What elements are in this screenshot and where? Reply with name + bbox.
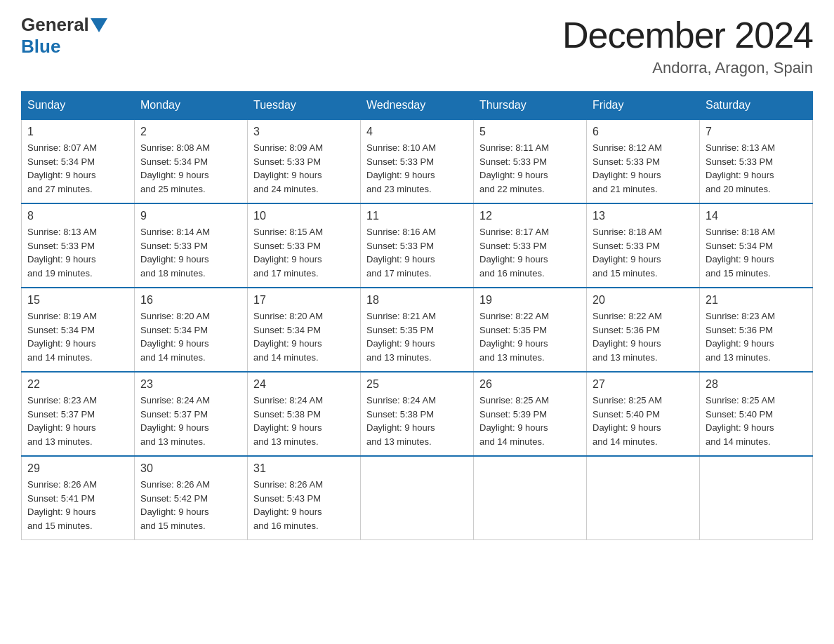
calendar-cell: 9Sunrise: 8:14 AMSunset: 5:33 PMDaylight… (135, 203, 248, 288)
calendar-week-row: 22Sunrise: 8:23 AMSunset: 5:37 PMDayligh… (22, 372, 813, 456)
day-number: 4 (366, 126, 468, 138)
day-number: 7 (706, 126, 807, 138)
day-number: 24 (253, 378, 355, 391)
calendar-cell: 29Sunrise: 8:26 AMSunset: 5:41 PMDayligh… (22, 456, 135, 540)
day-info: Sunrise: 8:15 AMSunset: 5:33 PMDaylight:… (253, 225, 355, 280)
day-info: Sunrise: 8:13 AMSunset: 5:33 PMDaylight:… (706, 141, 807, 196)
day-number: 3 (253, 126, 355, 138)
day-number: 9 (140, 210, 241, 222)
calendar-cell: 21Sunrise: 8:23 AMSunset: 5:36 PMDayligh… (700, 288, 813, 372)
day-info: Sunrise: 8:17 AMSunset: 5:33 PMDaylight:… (479, 225, 581, 280)
day-number: 21 (706, 294, 807, 307)
day-number: 16 (140, 294, 241, 307)
day-info: Sunrise: 8:12 AMSunset: 5:33 PMDaylight:… (593, 141, 694, 196)
day-info: Sunrise: 8:24 AMSunset: 5:37 PMDaylight:… (140, 394, 241, 448)
calendar-cell (361, 456, 474, 540)
day-info: Sunrise: 8:23 AMSunset: 5:37 PMDaylight:… (27, 394, 128, 448)
header-day-saturday: Saturday (700, 92, 813, 120)
day-info: Sunrise: 8:20 AMSunset: 5:34 PMDaylight:… (253, 309, 355, 364)
day-number: 23 (140, 378, 241, 391)
day-number: 13 (593, 210, 694, 222)
calendar-cell: 6Sunrise: 8:12 AMSunset: 5:33 PMDaylight… (587, 119, 700, 203)
calendar-cell: 16Sunrise: 8:20 AMSunset: 5:34 PMDayligh… (135, 288, 248, 372)
day-number: 28 (706, 378, 807, 391)
day-info: Sunrise: 8:11 AMSunset: 5:33 PMDaylight:… (479, 141, 581, 196)
calendar-cell: 4Sunrise: 8:10 AMSunset: 5:33 PMDaylight… (361, 119, 474, 203)
day-number: 20 (593, 294, 694, 307)
logo: General Blue (21, 14, 109, 58)
day-number: 10 (253, 210, 355, 222)
calendar-cell: 26Sunrise: 8:25 AMSunset: 5:39 PMDayligh… (474, 372, 587, 456)
day-info: Sunrise: 8:18 AMSunset: 5:34 PMDaylight:… (706, 225, 807, 280)
day-number: 5 (479, 126, 581, 138)
day-info: Sunrise: 8:16 AMSunset: 5:33 PMDaylight:… (366, 225, 468, 280)
calendar-week-row: 8Sunrise: 8:13 AMSunset: 5:33 PMDaylight… (22, 203, 813, 288)
calendar-cell: 8Sunrise: 8:13 AMSunset: 5:33 PMDaylight… (22, 203, 135, 288)
calendar-cell: 27Sunrise: 8:25 AMSunset: 5:40 PMDayligh… (587, 372, 700, 456)
day-info: Sunrise: 8:19 AMSunset: 5:34 PMDaylight:… (27, 309, 128, 364)
day-number: 25 (366, 378, 468, 391)
day-info: Sunrise: 8:13 AMSunset: 5:33 PMDaylight:… (27, 225, 128, 280)
logo-general-text: General (21, 14, 89, 36)
calendar-cell: 11Sunrise: 8:16 AMSunset: 5:33 PMDayligh… (361, 203, 474, 288)
title-block: December 2024 Andorra, Aragon, Spain (562, 14, 813, 77)
day-number: 12 (479, 210, 581, 222)
day-number: 11 (366, 210, 468, 222)
calendar-cell: 5Sunrise: 8:11 AMSunset: 5:33 PMDaylight… (474, 119, 587, 203)
page-header: General Blue December 2024 Andorra, Arag… (21, 14, 813, 77)
calendar-cell: 15Sunrise: 8:19 AMSunset: 5:34 PMDayligh… (22, 288, 135, 372)
day-number: 15 (27, 294, 128, 307)
day-number: 1 (27, 126, 128, 138)
header-day-tuesday: Tuesday (248, 92, 361, 120)
calendar-cell: 17Sunrise: 8:20 AMSunset: 5:34 PMDayligh… (248, 288, 361, 372)
calendar-cell: 28Sunrise: 8:25 AMSunset: 5:40 PMDayligh… (700, 372, 813, 456)
calendar-cell: 18Sunrise: 8:21 AMSunset: 5:35 PMDayligh… (361, 288, 474, 372)
calendar-cell: 2Sunrise: 8:08 AMSunset: 5:34 PMDaylight… (135, 119, 248, 203)
day-info: Sunrise: 8:20 AMSunset: 5:34 PMDaylight:… (140, 309, 241, 364)
calendar-cell: 7Sunrise: 8:13 AMSunset: 5:33 PMDaylight… (700, 119, 813, 203)
calendar-cell: 30Sunrise: 8:26 AMSunset: 5:42 PMDayligh… (135, 456, 248, 540)
calendar-cell: 24Sunrise: 8:24 AMSunset: 5:38 PMDayligh… (248, 372, 361, 456)
calendar-cell (700, 456, 813, 540)
calendar-cell: 22Sunrise: 8:23 AMSunset: 5:37 PMDayligh… (22, 372, 135, 456)
header-day-wednesday: Wednesday (361, 92, 474, 120)
day-info: Sunrise: 8:10 AMSunset: 5:33 PMDaylight:… (366, 141, 468, 196)
header-day-sunday: Sunday (22, 92, 135, 120)
logo-blue-text: Blue (21, 36, 60, 57)
day-info: Sunrise: 8:24 AMSunset: 5:38 PMDaylight:… (366, 394, 468, 448)
day-number: 30 (140, 462, 241, 475)
calendar-cell: 14Sunrise: 8:18 AMSunset: 5:34 PMDayligh… (700, 203, 813, 288)
calendar-week-row: 29Sunrise: 8:26 AMSunset: 5:41 PMDayligh… (22, 456, 813, 540)
calendar-subtitle: Andorra, Aragon, Spain (562, 59, 813, 77)
calendar-cell: 19Sunrise: 8:22 AMSunset: 5:35 PMDayligh… (474, 288, 587, 372)
day-info: Sunrise: 8:25 AMSunset: 5:40 PMDaylight:… (593, 394, 694, 448)
calendar-cell: 13Sunrise: 8:18 AMSunset: 5:33 PMDayligh… (587, 203, 700, 288)
day-info: Sunrise: 8:25 AMSunset: 5:39 PMDaylight:… (479, 394, 581, 448)
calendar-cell: 1Sunrise: 8:07 AMSunset: 5:34 PMDaylight… (22, 119, 135, 203)
day-number: 6 (593, 126, 694, 138)
day-info: Sunrise: 8:26 AMSunset: 5:41 PMDaylight:… (27, 478, 128, 532)
day-number: 8 (27, 210, 128, 222)
day-info: Sunrise: 8:18 AMSunset: 5:33 PMDaylight:… (593, 225, 694, 280)
day-info: Sunrise: 8:22 AMSunset: 5:35 PMDaylight:… (479, 309, 581, 364)
day-info: Sunrise: 8:21 AMSunset: 5:35 PMDaylight:… (366, 309, 468, 364)
day-info: Sunrise: 8:26 AMSunset: 5:43 PMDaylight:… (253, 478, 355, 532)
day-info: Sunrise: 8:25 AMSunset: 5:40 PMDaylight:… (706, 394, 807, 448)
day-number: 17 (253, 294, 355, 307)
day-number: 2 (140, 126, 241, 138)
day-number: 31 (253, 462, 355, 475)
calendar-cell (474, 456, 587, 540)
day-number: 14 (706, 210, 807, 222)
day-info: Sunrise: 8:08 AMSunset: 5:34 PMDaylight:… (140, 141, 241, 196)
calendar-cell (587, 456, 700, 540)
calendar-cell: 23Sunrise: 8:24 AMSunset: 5:37 PMDayligh… (135, 372, 248, 456)
day-info: Sunrise: 8:09 AMSunset: 5:33 PMDaylight:… (253, 141, 355, 196)
day-number: 29 (27, 462, 128, 475)
calendar-cell: 3Sunrise: 8:09 AMSunset: 5:33 PMDaylight… (248, 119, 361, 203)
day-number: 19 (479, 294, 581, 307)
calendar-cell: 12Sunrise: 8:17 AMSunset: 5:33 PMDayligh… (474, 203, 587, 288)
calendar-week-row: 15Sunrise: 8:19 AMSunset: 5:34 PMDayligh… (22, 288, 813, 372)
day-info: Sunrise: 8:24 AMSunset: 5:38 PMDaylight:… (253, 394, 355, 448)
calendar-table: SundayMondayTuesdayWednesdayThursdayFrid… (21, 91, 813, 540)
header-day-thursday: Thursday (474, 92, 587, 120)
